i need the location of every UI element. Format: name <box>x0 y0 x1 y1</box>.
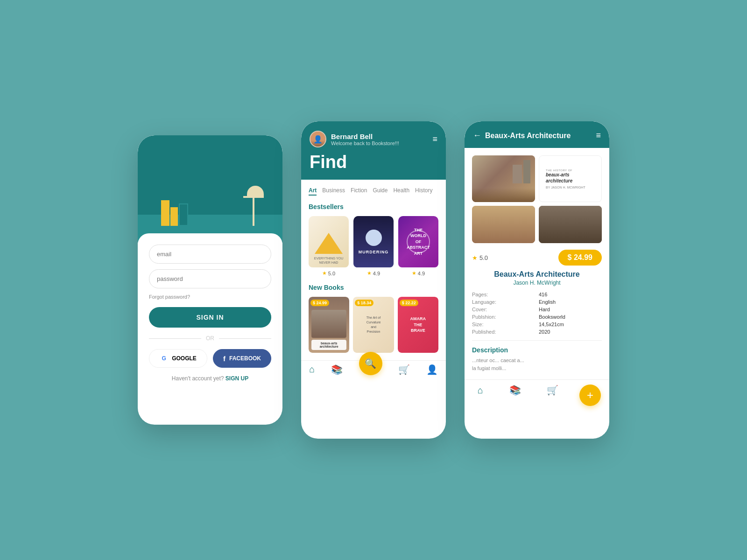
google-button[interactable]: G GOOGLE <box>149 349 207 368</box>
lamp-head <box>247 186 264 196</box>
password-input[interactable] <box>149 269 271 288</box>
book-card-world-art[interactable]: THEWORLDOFABSTRACTART ★ 4.9 <box>398 216 438 276</box>
book-images-grid: THE HISTORY OF beaux-artsarchitecture BY… <box>472 155 602 243</box>
new-book-beaux[interactable]: beaux-artsarchitecture $ 24.99 <box>309 297 349 353</box>
book-cover-card: THE HISTORY OF beaux-artsarchitecture BY… <box>539 155 602 202</box>
detail-star-icon: ★ <box>472 254 478 261</box>
new-book-curvature[interactable]: The Art ofCurvatureandPrecision $ 18.34 <box>353 297 394 353</box>
cover-title-text: beaux-artsarchitecture <box>546 172 572 184</box>
back-arrow-icon[interactable]: ← <box>473 131 481 140</box>
signup-link[interactable]: SIGN UP <box>226 375 248 382</box>
plus-icon: + <box>587 389 593 402</box>
browse-body: Art Business Fiction Guide Health Histor… <box>301 180 446 360</box>
detail-nav-cart-icon[interactable]: 🛒 <box>547 385 558 396</box>
google-icon: G <box>160 354 168 363</box>
book-card-murdering[interactable]: MURDERING ★ 4.9 <box>353 216 394 276</box>
sign-in-button[interactable]: SIGN IN <box>149 307 271 328</box>
detail-hamburger-icon[interactable]: ≡ <box>596 131 601 140</box>
bottom-nav-browse: ⌂ 📚 🔍 🛒 👤 <box>301 360 446 380</box>
detail-header: ← Beaux-Arts Architecture ≡ <box>465 121 609 148</box>
detail-rating: ★ 5.0 <box>472 254 488 261</box>
or-label: OR <box>201 335 219 342</box>
cover-label: Cover: <box>472 307 535 312</box>
user-text: Bernard Bell Welcome back to Bookstore!!… <box>331 133 399 146</box>
size-label: Size: <box>472 322 535 327</box>
user-row: 👤 Bernard Bell Welcome back to Bookstore… <box>310 131 437 147</box>
nav-home-icon[interactable]: ⌂ <box>309 364 315 375</box>
avatar: 👤 <box>310 131 326 147</box>
search-fab-button[interactable]: 🔍 <box>359 352 382 375</box>
book-title-murdering: MURDERING <box>359 250 389 254</box>
detail-nav-home-icon[interactable]: ⌂ <box>478 385 483 396</box>
detail-body: THE HISTORY OF beaux-artsarchitecture BY… <box>465 148 609 379</box>
email-input[interactable] <box>149 245 271 264</box>
tab-history[interactable]: History <box>415 187 432 196</box>
beaux-mini-title: beaux-artsarchitecture <box>313 342 345 348</box>
nav-library-icon[interactable]: 📚 <box>331 364 343 375</box>
login-form: Forgot password? SIGN IN OR G GOOGLE f F… <box>138 233 282 391</box>
search-fab-icon: 🔍 <box>365 358 376 369</box>
category-tabs: Art Business Fiction Guide Health Histor… <box>309 187 438 196</box>
nav-profile-icon[interactable]: 👤 <box>426 364 438 375</box>
language-label: Language: <box>472 299 535 305</box>
street-bg-1 <box>472 206 535 243</box>
rating-value-everything: 5.0 <box>328 271 335 276</box>
welcome-text: Welcome back to Bookstore!!! <box>331 140 399 146</box>
tab-fiction[interactable]: Fiction <box>351 187 367 196</box>
price-rating-row: ★ 5.0 $ 24.99 <box>472 250 602 266</box>
signup-text: Haven't account yet? SIGN UP <box>149 375 271 382</box>
detail-price[interactable]: $ 24.99 <box>558 250 602 266</box>
book-yellow-tall <box>161 200 169 226</box>
user-info: 👤 Bernard Bell Welcome back to Bookstore… <box>310 131 399 147</box>
pages-label: Pages: <box>472 292 535 297</box>
book-cover-detail: THE HISTORY OF beaux-artsarchitecture BY… <box>543 165 598 193</box>
user-name: Bernard Bell <box>331 133 399 140</box>
moon-icon <box>366 230 382 246</box>
new-books-row: beaux-artsarchitecture $ 24.99 The Art o… <box>309 297 438 353</box>
bestsellers-title: Bestsellers <box>309 203 438 210</box>
rating-everything: ★ 5.0 <box>309 270 349 276</box>
avatar-face: 👤 <box>310 132 325 147</box>
nav-cart-icon[interactable]: 🛒 <box>398 364 410 375</box>
price-beaux: $ 24.99 <box>310 300 329 306</box>
book-cover-murdering: MURDERING <box>353 216 394 267</box>
new-book-amara[interactable]: AMARATHEBRAVE $ 22.22 <box>398 297 438 353</box>
book-card-everything[interactable]: EVERYTHING YOUNEVER HAD ★ 5.0 <box>309 216 349 276</box>
price-amara: $ 22.22 <box>400 300 418 306</box>
hamburger-menu-icon[interactable]: ≡ <box>432 134 437 144</box>
login-header-illustration <box>138 135 282 243</box>
forgot-password-link[interactable]: Forgot password? <box>149 294 271 300</box>
detail-author: Jason H. McWright <box>472 280 602 286</box>
size-value: 14,5x21cm <box>539 322 602 327</box>
detail-nav-library-icon[interactable]: 📚 <box>509 385 521 396</box>
tab-health[interactable]: Health <box>393 187 409 196</box>
tab-science[interactable]: Scie... <box>438 187 438 196</box>
published-value: 2020 <box>539 329 602 335</box>
book-title-world-art: THEWORLDOFABSTRACTART <box>407 227 430 257</box>
tab-business[interactable]: Business <box>322 187 345 196</box>
detail-rating-value: 5.0 <box>479 254 488 261</box>
tab-art[interactable]: Art <box>309 187 317 196</box>
login-screen: Forgot password? SIGN IN OR G GOOGLE f F… <box>138 135 282 425</box>
world-art-circle: THEWORLDOFABSTRACTART <box>407 230 430 253</box>
detail-title-header: Beaux-Arts Architecture <box>485 132 571 140</box>
tab-guide[interactable]: Guide <box>373 187 388 196</box>
facebook-label: FACEBOOK <box>229 355 261 362</box>
add-to-cart-fab[interactable]: + <box>579 385 601 406</box>
beaux-mini-overlay: beaux-artsarchitecture <box>311 340 346 350</box>
bestsellers-row: EVERYTHING YOUNEVER HAD ★ 5.0 MURDERING … <box>309 216 438 276</box>
facebook-button[interactable]: f FACEBOOK <box>213 349 271 368</box>
mountain-icon <box>315 233 343 254</box>
book-city-image <box>472 155 535 202</box>
star-icon: ★ <box>412 270 416 276</box>
description-text: ...nteur oc... caecat a...la fugiat moll… <box>472 357 602 372</box>
building2 <box>513 165 522 183</box>
star-icon: ★ <box>322 270 327 276</box>
book-street-image-2 <box>539 206 602 243</box>
new-books-title: New Books <box>309 284 438 291</box>
city-shadow <box>472 188 535 202</box>
book-cover-everything: EVERYTHING YOUNEVER HAD <box>309 216 349 267</box>
rating-murdering: ★ 4.9 <box>353 270 394 276</box>
book-yellow-short <box>170 207 178 226</box>
google-label: GOOGLE <box>172 355 197 362</box>
